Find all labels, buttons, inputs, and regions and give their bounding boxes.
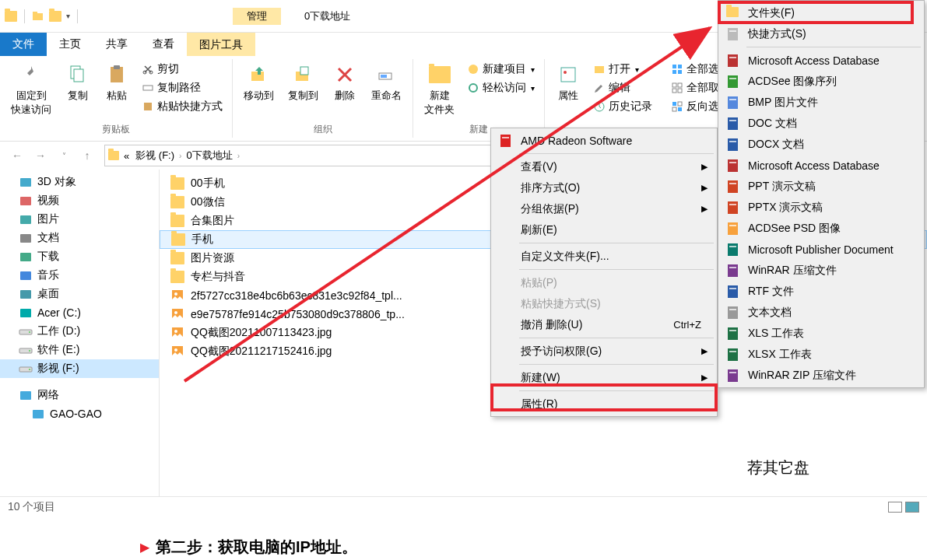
- menu-item[interactable]: RTF 文件: [720, 281, 922, 302]
- tab-file[interactable]: 文件: [0, 33, 47, 56]
- tree-node[interactable]: 影视 (F:): [0, 359, 159, 378]
- edit-button[interactable]: 编辑: [590, 79, 655, 96]
- tree-label: 3D 对象: [37, 175, 76, 189]
- paste-shortcut-button[interactable]: 粘贴快捷方式: [139, 98, 226, 115]
- tree-node[interactable]: GAO-GAO: [0, 404, 159, 423]
- folder-icon[interactable]: [49, 11, 61, 22]
- tree-node[interactable]: 音乐: [0, 266, 159, 285]
- tree-node[interactable]: 软件 (E:): [0, 341, 159, 359]
- menu-label: 粘贴快捷方式(S): [521, 297, 601, 311]
- tree-node[interactable]: 文档: [0, 229, 159, 247]
- menu-item[interactable]: 分组依据(P)▶: [493, 198, 715, 219]
- menu-item[interactable]: 文本文档: [720, 302, 922, 323]
- tree-node[interactable]: Acer (C:): [0, 303, 159, 322]
- delete-button[interactable]: 删除: [328, 59, 362, 106]
- svg-rect-76: [729, 183, 736, 184]
- menu-item[interactable]: 授予访问权限(G)▶: [493, 341, 715, 362]
- menu-item[interactable]: DOCX 文档: [720, 134, 922, 155]
- open-button[interactable]: 打开▾: [590, 61, 655, 78]
- new-folder-icon[interactable]: [32, 10, 44, 23]
- menu-label: BMP 图片文件: [748, 96, 818, 110]
- copy-button[interactable]: 复制: [61, 59, 95, 106]
- svg-rect-80: [729, 225, 736, 226]
- menu-item[interactable]: ACDSee PSD 图像: [720, 218, 922, 239]
- svg-point-18: [469, 84, 477, 92]
- menu-item[interactable]: 属性(R): [493, 394, 715, 415]
- properties-button[interactable]: 属性: [551, 59, 585, 106]
- nav-up-button[interactable]: ↑: [76, 145, 98, 166]
- menu-item[interactable]: 新建(W)▶: [493, 367, 715, 388]
- menu-label: PPTX 演示文稿: [748, 201, 823, 215]
- menu-item[interactable]: 自定义文件夹(F)...: [493, 246, 715, 267]
- menu-item[interactable]: Microsoft Access Database: [720, 155, 922, 176]
- menu-item[interactable]: Microsoft Publisher Document: [720, 239, 922, 260]
- tree-node[interactable]: 网络: [0, 386, 159, 404]
- svg-rect-41: [20, 290, 31, 299]
- menu-label: 属性(R): [521, 397, 557, 411]
- details-view-icon[interactable]: [888, 502, 902, 513]
- pin-quick-access-button[interactable]: 固定到 快速访问: [6, 59, 56, 120]
- svg-rect-33: [678, 102, 682, 106]
- bullet-icon: ▶: [140, 540, 149, 555]
- history-button[interactable]: 历史记录: [590, 98, 655, 115]
- svg-rect-77: [728, 201, 738, 214]
- menu-item[interactable]: 文件夹(F): [720, 2, 922, 23]
- svg-point-54: [174, 311, 177, 314]
- move-to-button[interactable]: 移动到: [239, 59, 279, 106]
- tree-node[interactable]: 工作 (D:): [0, 322, 159, 341]
- easy-access-button[interactable]: 轻松访问▾: [464, 79, 538, 96]
- menu-item[interactable]: WinRAR 压缩文件: [720, 260, 922, 281]
- breadcrumb-folder[interactable]: 0下载地址: [184, 149, 234, 163]
- menu-item[interactable]: PPT 演示文稿: [720, 176, 922, 197]
- menu-item[interactable]: 排序方式(O)▶: [493, 177, 715, 198]
- copy-path-button[interactable]: 复制路径: [139, 79, 226, 96]
- copy-to-button[interactable]: 复制到: [283, 59, 323, 106]
- breadcrumb-drive[interactable]: 影视 (F:): [134, 149, 176, 163]
- menu-item[interactable]: Microsoft Access Database: [720, 50, 922, 71]
- menu-item[interactable]: WinRAR ZIP 压缩文件: [720, 365, 922, 386]
- tree-node[interactable]: 图片: [0, 210, 159, 229]
- menu-label: WinRAR 压缩文件: [748, 264, 837, 278]
- dropdown-icon[interactable]: ▾: [66, 12, 70, 20]
- menu-item[interactable]: 快捷方式(S): [720, 23, 922, 44]
- menu-item[interactable]: BMP 图片文件: [720, 92, 922, 113]
- menu-label: 粘贴(P): [521, 276, 557, 290]
- svg-point-44: [29, 331, 30, 333]
- nav-history-button[interactable]: ˅: [53, 145, 75, 166]
- tree-node[interactable]: 下载: [0, 247, 159, 266]
- tree-label: 网络: [37, 388, 59, 402]
- tab-home[interactable]: 主页: [47, 33, 93, 56]
- tree-node[interactable]: 3D 对象: [0, 173, 159, 191]
- svg-rect-60: [502, 137, 509, 138]
- new-folder-button[interactable]: 新建 文件夹: [420, 59, 459, 120]
- svg-rect-78: [729, 204, 736, 205]
- menu-item[interactable]: XLSX 工作表: [720, 344, 922, 365]
- rename-button[interactable]: 重命名: [367, 59, 406, 106]
- new-item-button[interactable]: 新建项目▾: [464, 61, 538, 78]
- menu-item[interactable]: 查看(V)▶: [493, 156, 715, 177]
- tab-view[interactable]: 查看: [140, 33, 187, 56]
- menu-item[interactable]: 刷新(E): [493, 219, 715, 240]
- menu-item[interactable]: DOC 文档: [720, 113, 922, 134]
- item-count: 10 个项目: [8, 500, 55, 514]
- tab-share[interactable]: 共享: [93, 33, 140, 56]
- svg-rect-79: [728, 222, 738, 235]
- menu-item[interactable]: AMD Radeon Software: [493, 130, 715, 151]
- chevron-right-icon[interactable]: ›: [179, 152, 181, 160]
- tab-picture-tools[interactable]: 图片工具: [187, 33, 255, 56]
- tree-node[interactable]: 桌面: [0, 285, 159, 303]
- menu-item[interactable]: PPTX 演示文稿: [720, 197, 922, 218]
- paste-button[interactable]: 粘贴: [100, 59, 134, 106]
- nav-forward-button[interactable]: →: [30, 145, 51, 166]
- breadcrumb-root[interactable]: «: [122, 150, 131, 162]
- menu-label: DOCX 文档: [748, 138, 804, 152]
- menu-item[interactable]: XLS 工作表: [720, 323, 922, 344]
- tree-node[interactable]: 视频: [0, 191, 159, 210]
- thumbnails-view-icon[interactable]: [905, 502, 919, 513]
- chevron-right-icon[interactable]: ›: [237, 152, 240, 160]
- cut-button[interactable]: 剪切: [139, 61, 226, 78]
- menu-item[interactable]: 撤消 删除(U)Ctrl+Z: [493, 314, 715, 335]
- nav-back-button[interactable]: ←: [6, 145, 28, 166]
- menu-item[interactable]: ACDSee 图像序列: [720, 71, 922, 92]
- svg-rect-85: [728, 285, 738, 298]
